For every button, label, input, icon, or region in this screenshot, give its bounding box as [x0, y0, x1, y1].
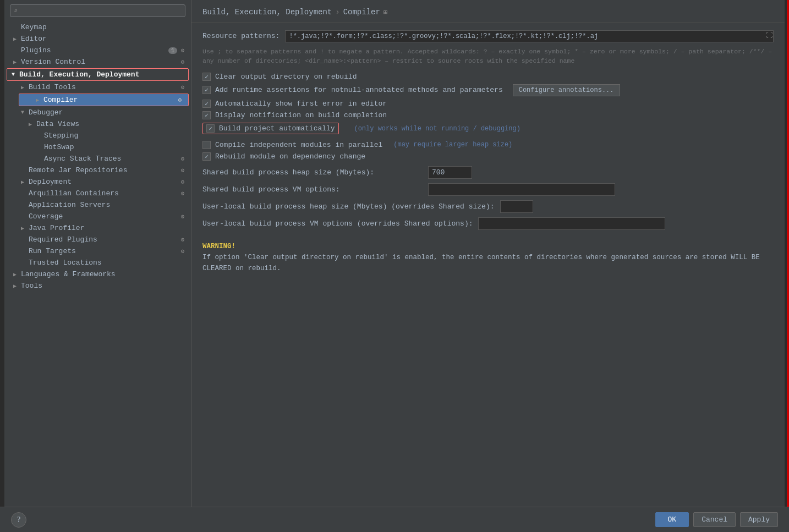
sidebar-item-languages-frameworks[interactable]: ▶ Languages & Frameworks [4, 268, 191, 280]
sidebar-item-debugger[interactable]: ▼ Debugger [4, 107, 191, 118]
clear-output-checkbox[interactable]: ✓ [202, 73, 211, 81]
add-runtime-checkbox[interactable]: ✓ [202, 86, 211, 94]
sidebar-item-label: Remote Jar Repositories [29, 166, 177, 174]
rebuild-dependency-checkbox[interactable]: ✓ [202, 152, 211, 161]
shared-vm-input[interactable] [428, 183, 615, 196]
sidebar-item-java-profiler[interactable]: ▶ Java Profiler [4, 222, 191, 234]
checkmark-icon: ✓ [205, 112, 209, 119]
sidebar-item-label: HotSwap [44, 143, 184, 151]
sidebar-item-trusted-locations[interactable]: Trusted Locations [4, 257, 191, 268]
sidebar-item-label: Async Stack Traces [44, 155, 177, 163]
arrow-icon: ▼ [21, 109, 29, 116]
sidebar-item-label: Data Views [36, 120, 184, 128]
sidebar-item-build-tools[interactable]: ▶ Build Tools ⚙ [4, 81, 191, 93]
sidebar-item-remote-jar[interactable]: Remote Jar Repositories ⚙ [4, 164, 191, 176]
sidebar-item-label: Editor [21, 35, 184, 43]
red-indicator [787, 0, 789, 507]
right-edge [785, 0, 789, 507]
arrow-icon: ▶ [13, 283, 21, 289]
sidebar-item-coverage[interactable]: Coverage ⚙ [4, 211, 191, 222]
sidebar-item-run-targets[interactable]: Run Targets ⚙ [4, 245, 191, 257]
shared-vm-row: Shared build process VM options: [202, 183, 774, 196]
plugins-badge: 1 [168, 47, 178, 54]
shared-heap-input[interactable] [428, 166, 472, 179]
clear-output-row: ✓ Clear output directory on rebuild [202, 73, 774, 81]
sidebar-item-label: Arquillian Containers [29, 189, 177, 198]
sidebar-item-build-execution[interactable]: ▼ Build, Execution, Deployment [7, 68, 189, 81]
arrow-icon: ▶ [21, 84, 29, 91]
search-input[interactable] [20, 7, 182, 15]
user-vm-row: User-local build process VM options (ove… [202, 217, 774, 230]
sidebar-item-label: Build, Execution, Deployment [19, 70, 182, 79]
cancel-button[interactable]: Cancel [693, 512, 736, 527]
user-heap-input[interactable] [500, 200, 533, 213]
search-box[interactable]: ⌕ [10, 4, 185, 17]
user-vm-label: User-local build process VM options (ove… [202, 220, 473, 228]
resource-expand-button[interactable]: ⛶ [766, 31, 772, 39]
settings-icon: ⚙ [180, 47, 184, 54]
sidebar-item-plugins[interactable]: Plugins 1 ⚙ [4, 45, 191, 56]
auto-show-error-label: Automatically show first error in editor [215, 100, 387, 108]
compile-parallel-row: Compile independent modules in parallel … [202, 141, 774, 149]
sidebar-item-hotswap[interactable]: HotSwap [4, 141, 191, 153]
user-vm-input[interactable] [478, 217, 665, 230]
sidebar-item-required-plugins[interactable]: Required Plugins ⚙ [4, 234, 191, 245]
sidebar-item-arquillian[interactable]: Arquillian Containers ⚙ [4, 188, 191, 199]
sidebar-item-async-stack[interactable]: Async Stack Traces ⚙ [4, 153, 191, 164]
clear-output-label: Clear output directory on rebuild [215, 73, 357, 81]
sidebar-item-keymap[interactable]: Keymap [4, 21, 191, 33]
auto-show-error-checkbox[interactable]: ✓ [202, 100, 211, 108]
compile-parallel-checkbox[interactable] [202, 141, 211, 149]
arrow-icon: ▶ [13, 271, 21, 278]
sidebar-item-label: Required Plugins [29, 235, 177, 244]
sidebar-item-label: Deployment [29, 178, 177, 186]
sidebar-item-deployment[interactable]: ▶ Deployment ⚙ [4, 176, 191, 188]
sidebar-item-app-servers[interactable]: Application Servers [4, 199, 191, 211]
sidebar-item-data-views[interactable]: ▶ Data Views [4, 118, 191, 130]
sidebar-item-stepping[interactable]: Stepping [4, 130, 191, 141]
checkmark-icon: ✓ [205, 153, 209, 160]
display-notification-checkbox[interactable]: ✓ [202, 111, 211, 119]
checkmark-icon: ✓ [209, 125, 212, 132]
auto-show-error-row: ✓ Automatically show first error in edit… [202, 100, 774, 108]
breadcrumb-part2: Compiler [343, 8, 380, 17]
settings-icon: ⚙ [180, 236, 184, 243]
warning-title: WARNING! [202, 241, 774, 252]
settings-icon: ⚙ [180, 84, 184, 91]
user-heap-row: User-local build process heap size (Mbyt… [202, 200, 774, 213]
sidebar-item-version-control[interactable]: ▶ Version Control ⚙ [4, 56, 191, 68]
shared-heap-row: Shared build process heap size (Mbytes): [202, 166, 774, 179]
sidebar-item-label: Plugins [21, 46, 165, 54]
checkmark-icon: ✓ [205, 86, 209, 94]
help-button[interactable]: ? [11, 512, 26, 528]
arrow-icon: ▶ [13, 36, 21, 42]
checkmark-icon: ✓ [205, 73, 209, 80]
build-auto-label: Build project automatically [219, 124, 335, 133]
display-notification-row: ✓ Display notification on build completi… [202, 111, 774, 119]
header-icon: ⊞ [383, 8, 387, 17]
warning-text: If option 'Clear output directory on reb… [202, 252, 774, 274]
ok-button[interactable]: OK [655, 512, 689, 527]
arrow-icon: ▶ [36, 97, 43, 103]
apply-button[interactable]: Apply [740, 512, 778, 527]
arrow-icon: ▶ [21, 179, 29, 185]
configure-annotations-button[interactable]: Configure annotations... [513, 84, 620, 96]
add-runtime-row: ✓ Add runtime assertions for notnull-ann… [202, 84, 774, 96]
sidebar-item-compiler[interactable]: ▶ Compiler ⚙ [19, 94, 189, 106]
breadcrumb-separator: › [335, 8, 339, 17]
arrow-icon: ▼ [12, 72, 19, 78]
sidebar-item-label: Coverage [29, 212, 177, 221]
resource-patterns-input[interactable] [285, 30, 774, 42]
arrow-icon: ▶ [13, 59, 21, 65]
sidebar-item-label: Keymap [21, 23, 184, 31]
arrow-icon: ▶ [29, 121, 36, 128]
settings-icon: ⚙ [180, 58, 184, 65]
sidebar-item-tools[interactable]: ▶ Tools [4, 280, 191, 292]
sidebar-item-editor[interactable]: ▶ Editor [4, 33, 191, 45]
sidebar-item-label: Build Tools [29, 83, 177, 91]
sidebar-item-label: Stepping [44, 131, 184, 140]
warning-box: WARNING! If option 'Clear output directo… [202, 241, 774, 274]
build-auto-row: ✓ Build project automatically [202, 123, 339, 134]
build-auto-checkbox[interactable]: ✓ [206, 124, 215, 133]
sidebar-item-label: Tools [21, 282, 184, 290]
